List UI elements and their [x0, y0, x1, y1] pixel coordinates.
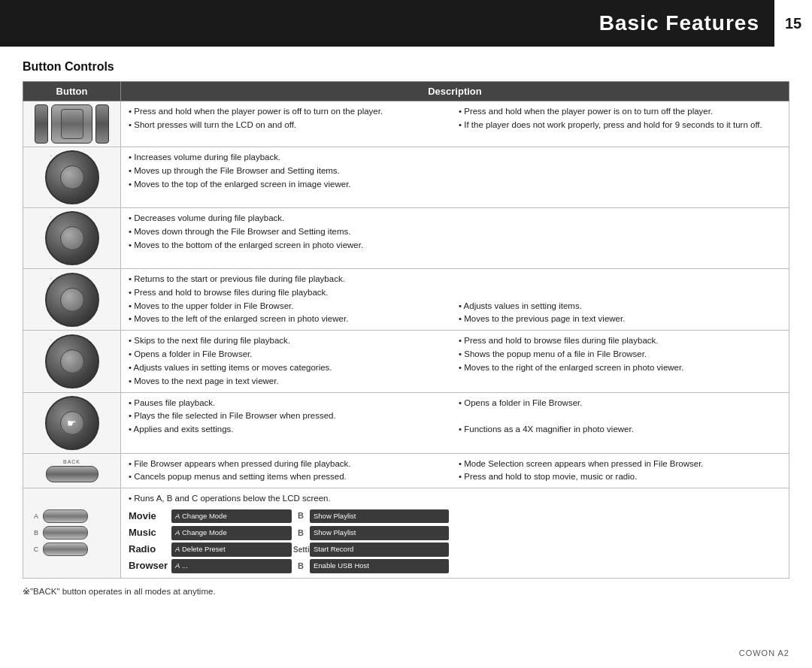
desc-cell-up: • Increases volume during file playback.…	[121, 147, 789, 208]
abc-mode-table: Movie A Change Mode B Show Playlist Musi…	[129, 509, 781, 574]
power-desc-left: • Press and hold when the player power i…	[129, 105, 451, 132]
play-button-img: ☛	[45, 396, 99, 450]
button-cell-abc: A B C	[23, 488, 121, 578]
nav-inner-next	[60, 349, 84, 373]
desc-cell-down: • Decreases volume during file playback.…	[121, 208, 789, 269]
desc-cell-prev: • Returns to the start or previous file …	[121, 269, 789, 331]
table-row: • Press and hold when the player power i…	[23, 101, 789, 147]
brand-label: COWON A2	[739, 648, 789, 657]
main-content: Button Controls Button Description	[0, 47, 812, 604]
play-inner: ☛	[60, 411, 84, 435]
back-desc-two-col: • File Browser appears when pressed duri…	[129, 458, 781, 485]
prev-desc-two-col: • Returns to the start or previous file …	[129, 273, 781, 326]
next-button-img: + −	[45, 334, 99, 388]
c-btn-shape	[43, 543, 88, 556]
back-label-text: BACK	[63, 459, 80, 464]
page-number: 15	[774, 0, 812, 47]
desc-cell-power: • Press and hold when the player power i…	[121, 101, 789, 147]
b-btn-shape	[43, 526, 88, 540]
desc-cell-play: • Pauses file playback. • Plays the file…	[121, 392, 789, 453]
power-side-left	[35, 104, 48, 144]
next-desc-two-col: • Skips to the next file during file pla…	[129, 334, 781, 388]
play-desc-two-col: • Pauses file playback. • Plays the file…	[129, 397, 781, 437]
down-button-img: + −	[45, 211, 99, 265]
controls-table: Button Description	[23, 81, 789, 579]
mode-row-radio: Radio A Delete Preset Settings Start Rec…	[129, 542, 781, 557]
nav-inner-up	[60, 165, 84, 189]
power-button-img	[26, 104, 117, 144]
table-row: BACK • File Browser appears when pressed…	[23, 453, 789, 488]
page-title: Basic Features	[599, 11, 774, 35]
button-cell-next: + −	[23, 331, 121, 392]
b-btn-row: B	[32, 526, 88, 540]
button-cell-down: + −	[23, 208, 121, 269]
button-cell-power	[23, 101, 121, 147]
desc-cell-next: • Skips to the next file during file pla…	[121, 331, 789, 392]
prev-button-img: + −	[45, 273, 99, 327]
power-main	[51, 104, 92, 144]
power-desc-two-col: • Press and hold when the player power i…	[129, 105, 781, 132]
button-cell-play: ☛	[23, 392, 121, 453]
col-description-header: Description	[121, 82, 789, 101]
table-row: ☛ • Pauses file playback. • Plays the fi…	[23, 392, 789, 453]
back-button-img: BACK	[26, 459, 117, 482]
nav-inner-prev	[60, 288, 84, 312]
table-row: + − • Increases volume during file playb…	[23, 147, 789, 208]
abc-buttons-img: A B C	[26, 509, 117, 556]
mode-row-movie: Movie A Change Mode B Show Playlist	[129, 509, 781, 524]
power-desc-right: • Press and hold when the player power i…	[459, 105, 781, 132]
desc-cell-abc: • Runs A, B and C operations below the L…	[121, 488, 789, 578]
section-title: Button Controls	[23, 60, 789, 74]
desc-cell-back: • File Browser appears when pressed duri…	[121, 453, 789, 488]
mode-row-browser: Browser A ... B Enable USB Host	[129, 558, 781, 573]
footnote: ※"BACK" button operates in all modes at …	[23, 586, 789, 597]
power-side-right	[95, 104, 109, 144]
table-row: A B C • Runs A, B and C	[23, 488, 789, 578]
c-btn-row: C	[32, 543, 88, 556]
table-row: + − • Returns to the start or previous f…	[23, 269, 789, 331]
button-cell-up: + −	[23, 147, 121, 208]
col-button-header: Button	[23, 82, 121, 101]
mode-row-music: Music A Change Mode B Show Playlist	[129, 525, 781, 540]
table-row: + − • Skips to the next file during file…	[23, 331, 789, 392]
a-btn-row: A	[32, 509, 88, 523]
a-btn-shape	[43, 509, 88, 523]
back-btn-shape	[46, 466, 98, 482]
button-cell-prev: + −	[23, 269, 121, 331]
page-header: Basic Features 15	[0, 0, 812, 47]
up-button-img: + −	[45, 150, 99, 204]
button-cell-back: BACK	[23, 453, 121, 488]
nav-inner-down	[60, 226, 84, 250]
table-row: + − • Decreases volume during file playb…	[23, 208, 789, 269]
